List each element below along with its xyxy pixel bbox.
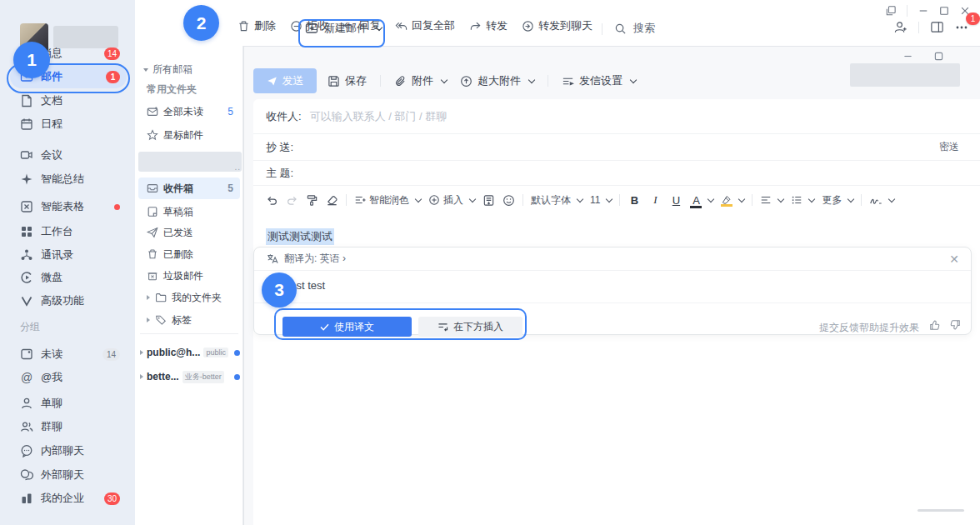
highlight-bar bbox=[721, 204, 732, 207]
compose-minimize-icon[interactable] bbox=[903, 52, 912, 61]
reject-button[interactable]: 拒收 bbox=[290, 18, 328, 33]
layout-panel-icon[interactable] bbox=[930, 20, 944, 34]
sidebar-item-at-me[interactable]: @ @我 bbox=[10, 366, 127, 389]
sidebar-item-smart-sheet[interactable]: 智能表格 bbox=[10, 195, 127, 218]
search-button[interactable]: 搜索 bbox=[614, 21, 655, 36]
reply-all-button[interactable]: 回复全部 bbox=[395, 18, 455, 33]
thumbs-up-icon[interactable] bbox=[929, 319, 941, 331]
unread-mail-icon bbox=[147, 106, 158, 118]
signature-button[interactable] bbox=[869, 194, 894, 206]
sidebar-item-external-chat[interactable]: 外部聊天 bbox=[10, 463, 127, 487]
reply-button[interactable]: 回复 bbox=[342, 18, 381, 33]
folder-junk[interactable]: 垃圾邮件 bbox=[138, 265, 240, 287]
sidebar-item-label: 内部聊天 bbox=[41, 443, 120, 458]
toolbar-divider bbox=[602, 23, 602, 35]
folder-sent[interactable]: 已发送 bbox=[138, 222, 240, 243]
sidebar-item-internal-chat[interactable]: 内部聊天 bbox=[10, 439, 127, 462]
cc-row[interactable]: 抄 送: 密送 bbox=[253, 134, 980, 161]
scrollbar[interactable] bbox=[918, 509, 964, 512]
sidebar-item-group-chat[interactable]: 群聊 bbox=[10, 415, 127, 438]
sidebar-item-workbench[interactable]: 工作台 bbox=[10, 220, 127, 243]
attachment-button[interactable]: 附件 bbox=[394, 73, 447, 88]
send-settings-button[interactable]: 发信设置 bbox=[562, 73, 636, 88]
folder-tags[interactable]: 标签 bbox=[138, 309, 240, 331]
insert-button[interactable]: 插入 bbox=[428, 193, 475, 208]
bcc-toggle[interactable]: 密送 bbox=[939, 140, 959, 154]
delete-button[interactable]: 删除 bbox=[238, 18, 276, 33]
template-icon[interactable] bbox=[482, 194, 495, 207]
folder-starred[interactable]: 星标邮件 bbox=[138, 124, 240, 146]
sidebar-item-docs[interactable]: 文档 bbox=[10, 89, 127, 112]
sidebar-item-meeting[interactable]: 会议 bbox=[10, 143, 127, 167]
bold-button[interactable]: B bbox=[628, 194, 641, 207]
compose-maximize-icon[interactable] bbox=[934, 52, 943, 61]
minimize-icon[interactable] bbox=[918, 6, 928, 16]
all-mailboxes-header[interactable]: 所有邮箱 bbox=[143, 62, 192, 77]
step3-badge: 3 bbox=[262, 272, 297, 308]
sidebar-item-label: 文档 bbox=[41, 93, 120, 108]
sidebar-item-unread[interactable]: 未读 14 bbox=[10, 342, 127, 366]
align-button[interactable] bbox=[760, 194, 783, 206]
folder-label: 已发送 bbox=[163, 226, 193, 240]
to-row[interactable]: 收件人: 可以输入联系人 / 部门 / 群聊 bbox=[253, 99, 980, 134]
send-button[interactable]: 发送 bbox=[253, 68, 317, 93]
folder-panel: 所有邮箱 常用文件夹 全部未读 5 星标邮件 .. 收件箱 5 草稿箱 已发送 bbox=[135, 46, 243, 525]
underline-button[interactable]: U bbox=[669, 194, 682, 207]
maximize-icon[interactable] bbox=[939, 6, 949, 16]
font-family-select[interactable]: 默认字体 bbox=[531, 193, 582, 208]
more-menu[interactable]: 1 bbox=[955, 21, 968, 34]
forward-to-chat-button[interactable]: 转发到聊天 bbox=[522, 18, 592, 33]
divider bbox=[140, 333, 238, 334]
emoji-icon[interactable] bbox=[502, 194, 515, 207]
folder-all-unread[interactable]: 全部未读 5 bbox=[138, 101, 240, 122]
italic-button[interactable]: I bbox=[648, 193, 662, 207]
account-better[interactable]: bette... 业务-better bbox=[140, 367, 242, 387]
close-icon[interactable]: ✕ bbox=[949, 253, 959, 265]
check-icon bbox=[320, 323, 329, 331]
translation-header[interactable]: 翻译为: 英语 › bbox=[254, 248, 971, 271]
mail-body-selected-text[interactable]: 测试测试测试 bbox=[266, 228, 334, 245]
folder-label: 我的文件夹 bbox=[172, 291, 222, 305]
sidebar-item-advanced[interactable]: 高级功能 bbox=[10, 289, 127, 312]
folder-deleted[interactable]: 已删除 bbox=[138, 243, 240, 265]
toolbar-divider bbox=[380, 75, 381, 87]
font-color-button[interactable]: A bbox=[690, 194, 713, 207]
sidebar-item-drive[interactable]: 微盘 bbox=[10, 266, 127, 289]
paper-plane-icon bbox=[147, 227, 158, 238]
highlight-button[interactable] bbox=[721, 195, 744, 205]
use-translation-button[interactable]: 使用译文 bbox=[282, 317, 412, 337]
sidebar-item-calendar[interactable]: 日程 bbox=[10, 112, 127, 136]
app-sidebar: 消息 14 邮件 1 文档 日程 会议 智能总结 智能表格 bbox=[0, 0, 135, 525]
eraser-icon[interactable] bbox=[326, 194, 338, 207]
folder-drafts[interactable]: 草稿箱 bbox=[138, 201, 240, 222]
large-attachment-button[interactable]: 超大附件 bbox=[460, 73, 534, 88]
invite-contact-icon[interactable] bbox=[893, 20, 908, 34]
sidebar-item-contacts[interactable]: 通讯录 bbox=[10, 243, 127, 267]
save-button[interactable]: 保存 bbox=[328, 73, 367, 88]
smart-polish-button[interactable]: 智能润色 bbox=[354, 193, 421, 208]
account-name-redacted[interactable] bbox=[138, 152, 242, 172]
forward-button[interactable]: 转发 bbox=[469, 18, 508, 33]
folder-inbox[interactable]: 收件箱 5 bbox=[138, 178, 240, 199]
search-label: 搜索 bbox=[633, 21, 655, 36]
sidebar-item-smart-summary[interactable]: 智能总结 bbox=[10, 168, 127, 191]
more-format-button[interactable]: 更多 bbox=[822, 193, 853, 208]
thumbs-down-icon[interactable] bbox=[949, 319, 961, 331]
to-input-placeholder[interactable]: 可以输入联系人 / 部门 / 群聊 bbox=[310, 109, 448, 124]
folder-my-folders[interactable]: 我的文件夹 bbox=[138, 287, 240, 308]
sender-address-redacted[interactable] bbox=[850, 63, 960, 87]
account-public[interactable]: public@h... public bbox=[140, 342, 242, 362]
list-button[interactable] bbox=[791, 194, 814, 206]
action-label: 拒收 bbox=[307, 18, 328, 33]
unread-dot bbox=[234, 374, 240, 380]
font-size-select[interactable]: 11 bbox=[590, 194, 612, 206]
sidebar-item-my-enterprise[interactable]: 我的企业 30 bbox=[10, 487, 127, 510]
undo-icon[interactable] bbox=[266, 194, 278, 207]
insert-below-button[interactable]: 在下方插入 bbox=[418, 317, 522, 337]
sidebar-item-single-chat[interactable]: 单聊 bbox=[10, 392, 127, 415]
redo-icon[interactable] bbox=[286, 194, 298, 207]
translate-to-label[interactable]: 翻译为: 英语 › bbox=[284, 252, 346, 266]
format-painter-icon[interactable] bbox=[306, 194, 318, 207]
subject-row[interactable]: 主 题: bbox=[253, 161, 980, 186]
popout-icon[interactable] bbox=[886, 6, 896, 16]
